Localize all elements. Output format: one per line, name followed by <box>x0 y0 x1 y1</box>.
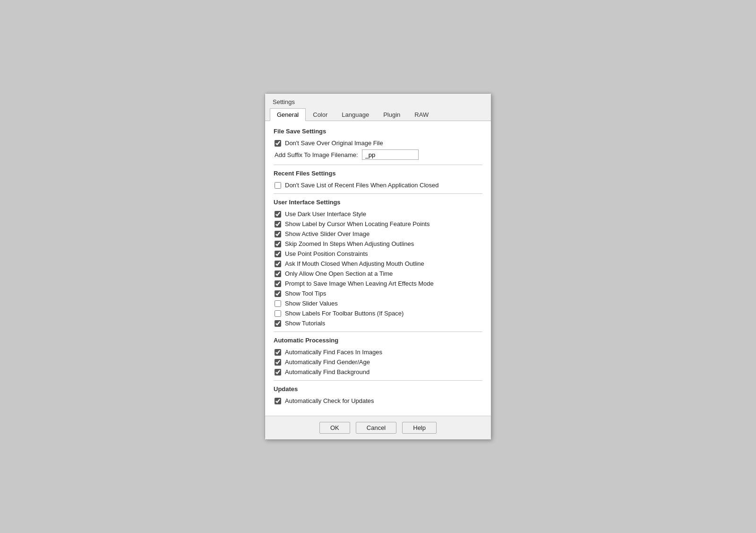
checkbox-auto-check-updates[interactable] <box>275 398 281 404</box>
cancel-button[interactable]: Cancel <box>356 422 396 434</box>
checkbox-row-show-tool-tips: Show Tool Tips <box>274 290 482 297</box>
checkbox-row-show-slider-values: Show Slider Values <box>274 300 482 307</box>
checkbox-dont-save-over[interactable] <box>275 140 281 147</box>
checkbox-ask-mouth-closed[interactable] <box>275 261 281 267</box>
ui-settings-title: User Interface Settings <box>274 199 482 207</box>
section-file-save: File Save Settings Don't Save Over Origi… <box>274 128 482 160</box>
recent-files-title: Recent Files Settings <box>274 170 482 178</box>
label-dont-save-recent: Don't Save List of Recent Files When App… <box>285 182 438 189</box>
ok-button[interactable]: OK <box>319 422 350 434</box>
label-show-labels-toolbar: Show Labels For Toolbar Buttons (If Spac… <box>285 310 404 317</box>
label-auto-check-updates: Automatically Check for Updates <box>285 397 374 404</box>
tab-general[interactable]: General <box>270 108 306 121</box>
checkbox-row-find-background: Automatically Find Background <box>274 368 482 376</box>
checkbox-only-allow-one[interactable] <box>275 271 281 277</box>
label-find-faces: Automatically Find Faces In Images <box>285 349 382 356</box>
section-automatic-processing: Automatic Processing Automatically Find … <box>274 337 482 376</box>
section-recent-files: Recent Files Settings Don't Save List of… <box>274 170 482 189</box>
checkbox-row-only-allow-one: Only Allow One Open Section at a Time <box>274 270 482 277</box>
label-find-background: Automatically Find Background <box>285 368 369 376</box>
checkbox-row-dont-save-over: Don't Save Over Original Image File <box>274 140 482 147</box>
label-prompt-save-image: Prompt to Save Image When Leaving Art Ef… <box>285 280 434 287</box>
label-show-tutorials: Show Tutorials <box>285 320 325 327</box>
suffix-label: Add Suffix To Image Filename: <box>275 151 358 158</box>
checkbox-skip-zoomed[interactable] <box>275 241 281 247</box>
divider-2 <box>274 193 482 194</box>
suffix-input[interactable] <box>362 149 419 160</box>
checkbox-row-dont-save-recent: Don't Save List of Recent Files When App… <box>274 182 482 189</box>
label-dark-ui: Use Dark User Interface Style <box>285 210 366 218</box>
checkbox-row-use-point-position: Use Point Position Constraints <box>274 250 482 257</box>
checkbox-find-faces[interactable] <box>275 349 281 356</box>
checkbox-prompt-save-image[interactable] <box>275 280 281 287</box>
tab-language[interactable]: Language <box>335 108 376 121</box>
checkbox-show-tutorials[interactable] <box>275 320 281 327</box>
checkbox-row-ask-mouth-closed: Ask If Mouth Closed When Adjusting Mouth… <box>274 260 482 267</box>
label-dont-save-over: Don't Save Over Original Image File <box>285 140 383 147</box>
help-button[interactable]: Help <box>402 422 437 434</box>
tab-plugin[interactable]: Plugin <box>376 108 407 121</box>
checkbox-row-skip-zoomed: Skip Zoomed In Steps When Adjusting Outl… <box>274 240 482 247</box>
file-save-title: File Save Settings <box>274 128 482 136</box>
tab-raw[interactable]: RAW <box>407 108 436 121</box>
checkbox-use-point-position[interactable] <box>275 251 281 257</box>
label-show-tool-tips: Show Tool Tips <box>285 290 326 297</box>
section-ui-settings: User Interface Settings Use Dark User In… <box>274 199 482 327</box>
checkbox-row-dark-ui: Use Dark User Interface Style <box>274 210 482 218</box>
label-ask-mouth-closed: Ask If Mouth Closed When Adjusting Mouth… <box>285 260 424 267</box>
settings-dialog: Settings General Color Language Plugin R… <box>265 93 491 440</box>
checkbox-row-show-tutorials: Show Tutorials <box>274 320 482 327</box>
checkbox-row-find-faces: Automatically Find Faces In Images <box>274 349 482 356</box>
checkbox-row-find-gender-age: Automatically Find Gender/Age <box>274 358 482 366</box>
section-updates: Updates Automatically Check for Updates <box>274 385 482 404</box>
updates-title: Updates <box>274 385 482 393</box>
checkbox-row-show-label-cursor: Show Label by Cursor When Locating Featu… <box>274 220 482 227</box>
checkbox-show-slider-values[interactable] <box>275 300 281 307</box>
checkbox-row-show-labels-toolbar: Show Labels For Toolbar Buttons (If Spac… <box>274 310 482 317</box>
label-show-active-slider: Show Active Slider Over Image <box>285 230 369 237</box>
label-skip-zoomed: Skip Zoomed In Steps When Adjusting Outl… <box>285 240 414 247</box>
divider-1 <box>274 165 482 165</box>
checkbox-row-auto-check-updates: Automatically Check for Updates <box>274 397 482 404</box>
checkbox-show-active-slider[interactable] <box>275 231 281 237</box>
suffix-row: Add Suffix To Image Filename: <box>274 149 482 160</box>
label-show-slider-values: Show Slider Values <box>285 300 338 307</box>
checkbox-show-labels-toolbar[interactable] <box>275 310 281 317</box>
divider-3 <box>274 332 482 332</box>
tab-color[interactable]: Color <box>306 108 335 121</box>
tab-bar: General Color Language Plugin RAW <box>265 108 491 121</box>
automatic-processing-title: Automatic Processing <box>274 337 482 345</box>
checkbox-find-gender-age[interactable] <box>275 359 281 366</box>
checkbox-show-tool-tips[interactable] <box>275 290 281 297</box>
checkbox-row-show-active-slider: Show Active Slider Over Image <box>274 230 482 237</box>
checkbox-dark-ui[interactable] <box>275 211 281 218</box>
dialog-title: Settings <box>265 94 491 108</box>
label-use-point-position: Use Point Position Constraints <box>285 250 368 257</box>
checkbox-find-background[interactable] <box>275 369 281 376</box>
divider-4 <box>274 380 482 381</box>
label-show-label-cursor: Show Label by Cursor When Locating Featu… <box>285 220 430 227</box>
checkbox-dont-save-recent[interactable] <box>275 182 281 189</box>
dialog-body: File Save Settings Don't Save Over Origi… <box>265 121 491 416</box>
checkbox-show-label-cursor[interactable] <box>275 221 281 227</box>
checkbox-row-prompt-save-image: Prompt to Save Image When Leaving Art Ef… <box>274 280 482 287</box>
label-only-allow-one: Only Allow One Open Section at a Time <box>285 270 393 277</box>
label-find-gender-age: Automatically Find Gender/Age <box>285 358 370 366</box>
dialog-footer: OK Cancel Help <box>265 416 491 439</box>
